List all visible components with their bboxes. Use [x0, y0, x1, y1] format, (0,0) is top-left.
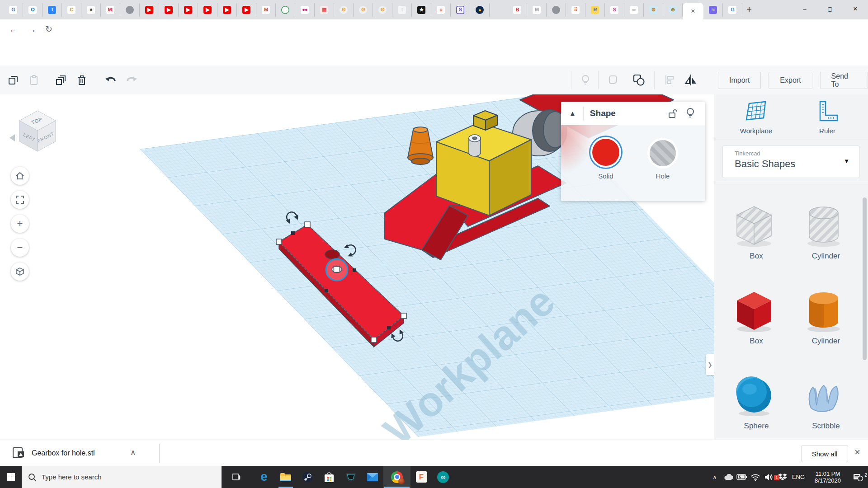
pinned-tab-robot-2[interactable]: ⊚ [663, 3, 683, 17]
download-bar-close-icon[interactable]: × [854, 446, 860, 458]
battery-icon[interactable] [735, 474, 749, 480]
tray-clock[interactable]: 11:01 PM 8/17/2020 [807, 470, 848, 484]
taskbar-chrome-active[interactable] [383, 466, 410, 488]
hole-swatch[interactable] [650, 140, 676, 166]
paste-button[interactable] [24, 70, 44, 90]
window-minimize-button[interactable]: – [792, 0, 817, 18]
panel-collapse-icon[interactable]: ▲ [569, 109, 576, 117]
pinned-tab-medium[interactable]: M: [101, 3, 120, 17]
pinned-tab-m-silver[interactable]: M [527, 3, 547, 17]
visibility-bulb-icon[interactable] [686, 108, 695, 119]
pinned-tab-youtube-6[interactable]: ▶ [237, 3, 256, 17]
pinned-tab-youtube-1[interactable]: ▶ [140, 3, 159, 17]
pinned-tab-arcade[interactable]: ▦ [315, 3, 334, 17]
taskbar-predator[interactable] [340, 466, 362, 488]
pinned-tab-stema[interactable]: S [605, 3, 624, 17]
hole-option[interactable]: Hole [646, 140, 679, 180]
pinned-tab-amazon[interactable]: a [81, 3, 101, 17]
window-close-button[interactable]: × [843, 0, 868, 18]
new-tab-button[interactable]: + [742, 3, 756, 17]
pinned-tab-t-faded[interactable]: t [392, 3, 412, 17]
align-button[interactable] [659, 70, 680, 90]
shape-library-dropdown[interactable]: Tinkercad Basic Shapes ▼ [722, 145, 860, 178]
pinned-tab-youtube-5[interactable]: ▶ [217, 3, 237, 17]
taskbar-search-box[interactable]: Type here to search [22, 466, 222, 488]
ruler-tool[interactable]: Ruler [809, 100, 845, 135]
download-chevron-icon[interactable]: ∧ [130, 448, 136, 457]
pinned-tab-facebook[interactable]: f [42, 3, 62, 17]
forward-icon[interactable]: → [27, 24, 37, 35]
taskbar-file-explorer[interactable] [275, 466, 297, 488]
pinned-tab-youtube-2[interactable]: ▶ [159, 3, 179, 17]
pinned-tab-lightbulb-1[interactable]: ʘ [334, 3, 354, 17]
pinned-tab-youtube-3[interactable]: ▶ [179, 3, 198, 17]
pinned-tab-google[interactable]: G [723, 3, 742, 17]
pinned-tab-globe[interactable] [120, 3, 140, 17]
pinned-tab-purple-wave[interactable]: ≈ [703, 3, 723, 17]
reload-icon[interactable]: ↻ [45, 24, 52, 34]
taskbar-fusion360[interactable]: F [410, 466, 432, 488]
pinned-tab-dot-grid[interactable]: ⠿ [566, 3, 585, 17]
taskbar-edge[interactable]: e [253, 466, 275, 488]
show-all-downloads-button[interactable]: Show all [801, 445, 848, 462]
unlock-icon[interactable] [668, 108, 678, 118]
height-handle[interactable] [334, 267, 340, 272]
shape-solid-cylinder[interactable]: Cylinder [801, 288, 851, 346]
group-button[interactable] [604, 70, 624, 90]
back-icon[interactable]: ← [9, 24, 19, 35]
delete-button[interactable] [71, 70, 92, 90]
zoom-in-button[interactable]: + [11, 215, 29, 233]
tab-tinkercad-active[interactable]: × [683, 3, 703, 19]
shape-hole-cylinder[interactable]: Cylinder [801, 203, 851, 261]
action-center-button[interactable]: 2 [848, 473, 868, 481]
pinned-tab-lightbulb-3[interactable]: ʘ [373, 3, 392, 17]
perspective-button[interactable] [11, 263, 29, 281]
home-view-button[interactable] [11, 167, 29, 185]
show-hidden-button[interactable] [575, 70, 596, 90]
redo-button[interactable] [121, 70, 142, 90]
pinned-tab-bricks4kidz[interactable]: B [508, 3, 527, 17]
shape-solid-box[interactable]: Box [731, 288, 781, 346]
task-view-button[interactable] [225, 466, 247, 488]
pinned-tab-r-yellow[interactable]: R [585, 3, 605, 17]
view-cube[interactable]: TOP LEFT FRONT [9, 111, 56, 151]
pinned-tab-handcuffs[interactable]: ∞ [624, 3, 644, 17]
shape-hole-box[interactable]: Box [731, 203, 781, 261]
pinned-tab-green-ring[interactable] [276, 3, 295, 17]
train-cab[interactable] [436, 122, 531, 216]
export-button[interactable]: Export [769, 72, 812, 89]
tray-chevron-icon[interactable]: ∧ [708, 474, 722, 480]
pinned-tab-gold-c[interactable]: C [62, 3, 81, 17]
download-filename[interactable]: Gearbox for hole.stl [32, 449, 95, 457]
sidebar-scrollbar[interactable] [863, 197, 867, 360]
shape-sphere[interactable]: Sphere [731, 373, 781, 431]
taskbar-steam[interactable] [297, 466, 318, 488]
pinned-tab-udemy[interactable]: u [431, 3, 451, 17]
dropbox-icon[interactable]: 1 [776, 473, 789, 481]
sidebar-collapse-chevron[interactable]: ❯ [706, 354, 714, 375]
wifi-icon[interactable] [749, 474, 762, 481]
pinned-tab-gmail[interactable]: M [256, 3, 276, 17]
shape-scribble[interactable]: Scribble [801, 373, 851, 431]
window-maximize-button[interactable]: ▢ [817, 0, 843, 18]
workplane-tool[interactable]: Workplane [735, 100, 778, 135]
pinned-tab-youtube-4[interactable]: ▶ [198, 3, 217, 17]
solid-option[interactable]: Solid [589, 139, 623, 180]
solid-swatch[interactable] [592, 139, 619, 166]
pinned-tab-globe-2[interactable] [547, 3, 566, 17]
taskbar-mail[interactable] [362, 466, 383, 488]
pinned-tab-grad-cap[interactable]: ▲ [470, 3, 490, 17]
tab-close-icon[interactable]: × [691, 7, 695, 15]
send-to-button[interactable]: Send To [820, 72, 868, 89]
pinned-tab-skillshare[interactable]: S [451, 3, 470, 17]
onedrive-icon[interactable] [722, 474, 735, 480]
pinned-tab-robot-1[interactable]: ⊚ [644, 3, 663, 17]
mirror-button[interactable] [680, 70, 701, 90]
pinned-tab-star-black[interactable]: ★ [412, 3, 431, 17]
copy-button[interactable] [3, 70, 24, 90]
plate-hole[interactable] [325, 250, 340, 259]
pinned-tab-google-translate[interactable]: G [4, 3, 23, 17]
ungroup-button[interactable] [628, 70, 649, 90]
view-cube-left-arrow[interactable] [9, 134, 15, 141]
pinned-tab-flickr[interactable]: ●● [295, 3, 315, 17]
